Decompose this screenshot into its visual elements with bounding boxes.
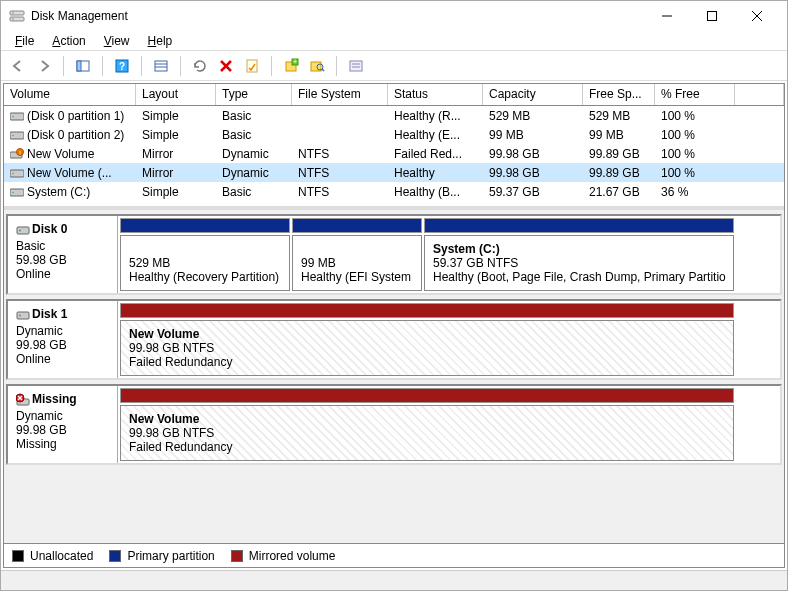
cell: 99 MB — [583, 127, 655, 143]
svg-rect-36 — [10, 189, 24, 196]
svg-rect-5 — [707, 12, 716, 21]
forward-button[interactable] — [33, 55, 55, 77]
svg-rect-17 — [247, 60, 257, 72]
volume-row[interactable]: !New VolumeMirrorDynamicNTFSFailed Red..… — [4, 144, 784, 163]
disk-panel[interactable]: Disk 0Basic59.98 GBOnline 529 MBHealthy … — [4, 210, 784, 543]
maximize-button[interactable] — [689, 1, 734, 31]
cell: 99.89 GB — [583, 165, 655, 181]
volume-table-body[interactable]: (Disk 0 partition 1)SimpleBasicHealthy (… — [4, 106, 784, 206]
column-header[interactable]: Free Sp... — [583, 84, 655, 105]
menu-action[interactable]: Action — [44, 32, 93, 50]
cell — [292, 134, 388, 136]
window-title: Disk Management — [31, 9, 644, 23]
cell: NTFS — [292, 184, 388, 200]
svg-point-30 — [12, 135, 14, 137]
svg-point-39 — [19, 229, 21, 231]
titlebar: Disk Management — [1, 1, 787, 31]
volume-row[interactable]: System (C:)SimpleBasicNTFSHealthy (B...5… — [4, 182, 784, 201]
volume-row[interactable]: New Volume (...MirrorDynamicNTFSHealthy9… — [4, 163, 784, 182]
legend-label: Mirrored volume — [249, 549, 336, 563]
cell: 100 % — [655, 165, 735, 181]
cell: Simple — [136, 108, 216, 124]
menu-view[interactable]: View — [96, 32, 138, 50]
svg-rect-38 — [17, 227, 29, 234]
svg-point-37 — [12, 192, 14, 194]
svg-rect-9 — [77, 61, 81, 71]
cell: NTFS — [292, 165, 388, 181]
disk-info: Disk 1Dynamic99.98 GBOnline — [8, 301, 118, 378]
partition-box[interactable]: New Volume99.98 GB NTFSFailed Redundancy — [120, 320, 734, 376]
svg-rect-0 — [10, 11, 24, 15]
partition-box[interactable]: System (C:)59.37 GB NTFSHealthy (Boot, P… — [424, 235, 734, 291]
cell — [292, 115, 388, 117]
refresh-button[interactable] — [189, 55, 211, 77]
cell: Mirror — [136, 146, 216, 162]
help-button[interactable]: ? — [111, 55, 133, 77]
legend-swatch — [12, 550, 24, 562]
menu-file[interactable]: File — [7, 32, 42, 50]
volume-icon — [10, 110, 24, 122]
disk-row[interactable]: Disk 0Basic59.98 GBOnline 529 MBHealthy … — [6, 214, 782, 295]
list-button[interactable] — [150, 55, 172, 77]
settings-button[interactable] — [345, 55, 367, 77]
volume-row[interactable]: (Disk 0 partition 2)SimpleBasicHealthy (… — [4, 125, 784, 144]
show-hide-button[interactable] — [72, 55, 94, 77]
legend-label: Primary partition — [127, 549, 214, 563]
column-header[interactable]: File System — [292, 84, 388, 105]
back-button[interactable] — [7, 55, 29, 77]
minimize-button[interactable] — [644, 1, 689, 31]
svg-point-2 — [12, 12, 14, 14]
toolbar: ? + — [1, 51, 787, 81]
column-header[interactable]: Layout — [136, 84, 216, 105]
cell: (Disk 0 partition 1) — [4, 108, 136, 124]
close-button[interactable] — [734, 1, 779, 31]
menu-help[interactable]: Help — [140, 32, 181, 50]
volume-table-header: VolumeLayoutTypeFile SystemStatusCapacit… — [4, 84, 784, 106]
svg-text:+: + — [293, 58, 297, 65]
menubar: FileActionViewHelp — [1, 31, 787, 51]
column-header[interactable]: Capacity — [483, 84, 583, 105]
new-action-button[interactable]: + — [280, 55, 302, 77]
cell: Healthy (R... — [388, 108, 483, 124]
partition-box[interactable]: New Volume99.98 GB NTFSFailed Redundancy — [120, 405, 734, 461]
svg-rect-34 — [10, 170, 24, 177]
cell: 529 MB — [483, 108, 583, 124]
cell: Failed Red... — [388, 146, 483, 162]
svg-line-23 — [322, 69, 324, 71]
partition-box[interactable]: 529 MBHealthy (Recovery Partition) — [120, 235, 290, 291]
svg-rect-40 — [17, 312, 29, 319]
cell: Basic — [216, 108, 292, 124]
svg-point-41 — [19, 314, 21, 316]
search-button[interactable] — [306, 55, 328, 77]
cell: 36 % — [655, 184, 735, 200]
disk-row[interactable]: MissingDynamic99.98 GBMissingNew Volume9… — [6, 384, 782, 465]
volume-row[interactable]: (Disk 0 partition 1)SimpleBasicHealthy (… — [4, 106, 784, 125]
column-header[interactable]: Type — [216, 84, 292, 105]
column-header[interactable]: % Free — [655, 84, 735, 105]
properties-button[interactable] — [241, 55, 263, 77]
svg-rect-1 — [10, 17, 24, 21]
column-header[interactable]: Status — [388, 84, 483, 105]
cell: Healthy (E... — [388, 127, 483, 143]
svg-point-3 — [12, 18, 14, 20]
svg-point-35 — [12, 173, 14, 175]
volume-icon: ! — [10, 148, 24, 160]
delete-button[interactable] — [215, 55, 237, 77]
volume-icon — [10, 186, 24, 198]
statusbar — [1, 570, 787, 590]
cell: Mirror — [136, 165, 216, 181]
partition-box[interactable]: 99 MBHealthy (EFI System — [292, 235, 422, 291]
cell: Dynamic — [216, 165, 292, 181]
legend-swatch — [109, 550, 121, 562]
disk-row[interactable]: Disk 1Dynamic99.98 GBOnlineNew Volume99.… — [6, 299, 782, 380]
svg-text:?: ? — [119, 61, 125, 72]
cell: Healthy — [388, 165, 483, 181]
cell: Simple — [136, 184, 216, 200]
cell: Dynamic — [216, 146, 292, 162]
cell: 529 MB — [583, 108, 655, 124]
cell: (Disk 0 partition 2) — [4, 127, 136, 143]
cell: 99.98 GB — [483, 165, 583, 181]
cell: 100 % — [655, 108, 735, 124]
column-header[interactable]: Volume — [4, 84, 136, 105]
volume-icon — [10, 167, 24, 179]
